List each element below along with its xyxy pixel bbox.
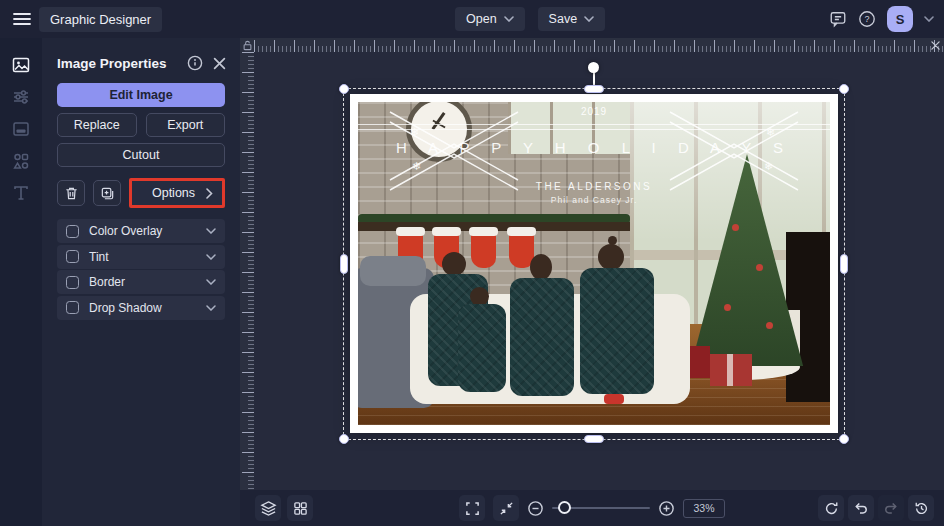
- chevron-ornament-left: [380, 110, 528, 192]
- history-icon: [914, 501, 929, 516]
- info-icon[interactable]: [187, 55, 203, 71]
- chevron-down-icon: [206, 305, 216, 311]
- user-avatar[interactable]: S: [887, 6, 913, 32]
- sidebar-item-frames[interactable]: [0, 113, 42, 145]
- help-icon[interactable]: ?: [858, 10, 876, 28]
- canvas-area: 2019 H A P P Y H O L I D A Y S ❄: [240, 38, 944, 526]
- horizontal-ruler[interactable]: [254, 38, 944, 52]
- templates-grid-button[interactable]: [287, 495, 313, 521]
- zoom-level-value[interactable]: 33%: [683, 499, 725, 518]
- toggle-color-overlay[interactable]: Color Overlay: [57, 219, 225, 243]
- account-chevron-down-icon[interactable]: [924, 16, 934, 22]
- zoom-slider[interactable]: [552, 501, 650, 515]
- toggle-label: Tint: [89, 250, 206, 264]
- resize-handle-top-left[interactable]: [339, 84, 349, 94]
- chevron-right-icon: [206, 188, 213, 199]
- card-text-overlay: 2019 H A P P Y H O L I D A Y S ❄: [358, 102, 830, 425]
- snowflake-icon: ❄: [410, 126, 419, 139]
- replace-button[interactable]: Replace: [57, 113, 137, 137]
- feedback-chat-icon[interactable]: [829, 10, 847, 28]
- svg-text:?: ?: [864, 14, 869, 24]
- card-subtitle-text: Phil and Casey Jr.: [358, 195, 830, 205]
- toggle-border[interactable]: Border: [57, 270, 225, 294]
- resize-handle-right[interactable]: [840, 254, 848, 274]
- duplicate-icon: [100, 186, 115, 201]
- snowflake-icon: ❄: [766, 126, 775, 139]
- undo-icon: [853, 500, 869, 516]
- zoom-slider-knob[interactable]: [558, 501, 571, 514]
- layers-icon: [260, 500, 277, 517]
- drop-shadow-checkbox[interactable]: [66, 301, 79, 314]
- tool-sidebar: [0, 38, 42, 526]
- toggle-drop-shadow[interactable]: Drop Shadow: [57, 296, 225, 320]
- refresh-button[interactable]: [818, 495, 844, 521]
- frames-icon: [11, 119, 31, 139]
- open-button-label: Open: [466, 12, 497, 26]
- chevron-down-icon: [584, 16, 594, 22]
- redo-icon: [883, 500, 899, 516]
- export-button[interactable]: Export: [146, 113, 226, 137]
- close-rulers-icon[interactable]: [928, 38, 942, 52]
- zoom-out-button[interactable]: [527, 500, 544, 517]
- graphic-designer-app: Graphic Designer Open Save ? S: [0, 0, 944, 526]
- sidebar-item-text[interactable]: [0, 177, 42, 209]
- graphics-icon: [11, 151, 31, 171]
- fit-to-screen-icon: [499, 501, 514, 516]
- resize-handle-top[interactable]: [584, 85, 604, 93]
- resize-handle-bottom-left[interactable]: [339, 434, 349, 444]
- resize-handle-left[interactable]: [340, 254, 348, 274]
- top-bar: Graphic Designer Open Save ? S: [0, 0, 944, 38]
- chevron-down-icon: [206, 279, 216, 285]
- resize-handle-top-right[interactable]: [839, 84, 849, 94]
- chevron-down-icon: [504, 16, 514, 22]
- card-family-name-text: THE ALDERSONS: [358, 181, 830, 192]
- adjustments-icon: [11, 87, 31, 107]
- snowflake-icon: ❄: [764, 160, 773, 173]
- toggle-label: Border: [89, 275, 206, 289]
- tint-checkbox[interactable]: [66, 250, 79, 263]
- chevron-down-icon: [206, 228, 216, 234]
- holiday-card-artboard[interactable]: 2019 H A P P Y H O L I D A Y S ❄: [350, 94, 838, 433]
- holiday-photo[interactable]: 2019 H A P P Y H O L I D A Y S ❄: [358, 102, 830, 425]
- resize-handle-bottom[interactable]: [584, 435, 604, 443]
- image-icon: [11, 55, 31, 75]
- cutout-button[interactable]: Cutout: [57, 143, 225, 167]
- bottom-toolbar: 33%: [240, 490, 944, 526]
- resize-handle-bottom-right[interactable]: [839, 434, 849, 444]
- options-button[interactable]: Options: [132, 181, 222, 205]
- fit-to-screen-button[interactable]: [493, 495, 519, 521]
- history-button[interactable]: [908, 495, 934, 521]
- snowflake-icon: ❄: [412, 160, 421, 173]
- redo-button[interactable]: [878, 495, 904, 521]
- sidebar-item-image[interactable]: [0, 49, 42, 81]
- fullscreen-button[interactable]: [459, 495, 485, 521]
- color-overlay-checkbox[interactable]: [66, 225, 79, 238]
- panel-title: Image Properties: [57, 56, 177, 71]
- duplicate-button[interactable]: [93, 180, 121, 206]
- sidebar-item-graphics[interactable]: [0, 145, 42, 177]
- rotation-handle[interactable]: [588, 62, 599, 73]
- close-panel-icon[interactable]: [213, 57, 226, 70]
- undo-button[interactable]: [848, 495, 874, 521]
- image-properties-panel: Image Properties Edit Image Replace Expo…: [42, 38, 240, 526]
- text-icon: [11, 183, 31, 203]
- ruler-lock-icon[interactable]: [240, 38, 254, 52]
- zoom-in-button[interactable]: [658, 500, 675, 517]
- layers-button[interactable]: [255, 495, 281, 521]
- save-button[interactable]: Save: [538, 7, 606, 31]
- toggle-tint[interactable]: Tint: [57, 245, 225, 269]
- hamburger-menu-icon[interactable]: [13, 12, 31, 26]
- toggle-label: Drop Shadow: [89, 301, 206, 315]
- edit-image-button[interactable]: Edit Image: [57, 83, 225, 107]
- border-checkbox[interactable]: [66, 276, 79, 289]
- sidebar-item-adjustments[interactable]: [0, 81, 42, 113]
- delete-button[interactable]: [57, 180, 85, 206]
- toggle-label: Color Overlay: [89, 224, 206, 238]
- chevron-down-icon: [206, 254, 216, 260]
- canvas-viewport[interactable]: 2019 H A P P Y H O L I D A Y S ❄: [254, 52, 944, 490]
- trash-icon: [64, 186, 79, 201]
- vertical-ruler[interactable]: [240, 52, 254, 490]
- app-title: Graphic Designer: [39, 7, 162, 32]
- open-button[interactable]: Open: [455, 7, 525, 31]
- zoom-in-icon: [658, 500, 675, 517]
